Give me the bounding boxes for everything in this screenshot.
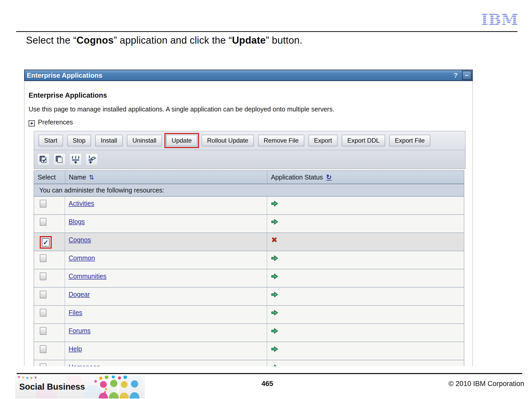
checkbox-wrap <box>40 272 46 280</box>
name-cell-communities: Communities <box>65 269 267 287</box>
status-cell-cognos <box>267 233 464 251</box>
name-cell-activities: Activities <box>65 197 267 214</box>
page-number: 465 <box>248 380 287 388</box>
row-checkbox-communities[interactable] <box>40 272 46 280</box>
toolbar-button-holder-uninstall: Uninstall <box>127 135 162 146</box>
footer-divider <box>17 373 522 374</box>
column-header-select: Select <box>34 171 65 184</box>
column-header-status-label: Application Status <box>271 174 323 181</box>
toolbar-button-rollout-update[interactable]: Rollout Update <box>202 135 254 146</box>
window-titlebar: Enterprise Applications ? – <box>24 70 473 81</box>
app-link-dogear[interactable]: Dogear <box>69 291 90 298</box>
name-cell-files: Files <box>65 306 267 323</box>
row-checkbox-homepage[interactable] <box>40 363 46 366</box>
toolbar-button-holder-update: Update <box>166 135 197 146</box>
name-cell-blogs: Blogs <box>65 215 267 232</box>
expand-plus-icon[interactable]: + <box>29 120 35 127</box>
toolbar-button-start[interactable]: Start <box>39 135 63 146</box>
toolbar-button-uninstall[interactable]: Uninstall <box>127 135 162 146</box>
header-divider <box>16 31 517 32</box>
social-business-banner: Social Business <box>15 376 145 398</box>
app-link-help[interactable]: Help <box>69 345 82 353</box>
title-text: ” button. <box>266 35 302 46</box>
toolbar-button-holder-remove-file: Remove File <box>258 135 304 146</box>
title-bold-cognos: Cognos <box>77 35 114 46</box>
app-link-activities[interactable]: Activities <box>69 200 94 207</box>
row-checkbox-help[interactable] <box>40 345 46 353</box>
toolbar-button-update[interactable]: Update <box>166 135 197 146</box>
status-cell-blogs <box>267 215 464 232</box>
toolbar-button-export-ddl[interactable]: Export DDL <box>342 135 385 146</box>
toolbar-button-holder-start: Start <box>39 135 63 146</box>
status-cell-help <box>267 342 464 360</box>
app-link-cognos[interactable]: Cognos <box>69 236 91 243</box>
table-row-forums: Forums <box>34 324 464 342</box>
preferences-toggle[interactable]: +Preferences <box>29 118 73 127</box>
table-row-files: Files <box>34 306 464 324</box>
hide-filter-icon[interactable] <box>85 153 98 166</box>
app-link-files[interactable]: Files <box>69 309 82 316</box>
row-checkbox-forums[interactable] <box>40 327 46 335</box>
app-link-homepage[interactable]: Homepage <box>69 363 100 366</box>
toolbar-button-install[interactable]: Install <box>95 135 123 146</box>
help-icon[interactable]: ? <box>454 71 458 79</box>
name-cell-common: Common <box>65 251 267 269</box>
status-started-icon <box>271 222 278 227</box>
svg-text:IBM: IBM <box>481 11 518 28</box>
row-checkbox-blogs[interactable] <box>40 218 46 226</box>
status-started-icon <box>271 277 278 281</box>
title-text: ” application and click the “ <box>114 35 232 46</box>
toolbar-button-remove-file[interactable]: Remove File <box>258 135 304 146</box>
table-row-dogear: Dogear <box>34 288 464 306</box>
toolbar-button-holder-export: Export <box>309 135 337 146</box>
refresh-status-icon[interactable]: ↻ <box>326 173 332 181</box>
row-checkbox-files[interactable] <box>40 309 46 317</box>
app-link-communities[interactable]: Communities <box>69 272 107 280</box>
status-started-icon <box>271 349 278 354</box>
title-bold-update: Update <box>232 35 266 46</box>
row-checkbox-dogear[interactable] <box>40 291 46 298</box>
table-row-activities: Activities <box>34 197 464 215</box>
row-checkbox-common[interactable] <box>40 254 46 262</box>
status-cell-activities <box>267 197 464 214</box>
checkbox-wrap <box>40 309 46 317</box>
name-cell-dogear: Dogear <box>65 288 267 305</box>
status-cell-dogear <box>267 288 464 305</box>
name-cell-cognos: Cognos <box>65 233 267 251</box>
status-cell-homepage <box>267 360 464 366</box>
table-header-row: Select Name⇅ Application Status↻ <box>34 171 464 184</box>
toolbar-button-export[interactable]: Export <box>309 135 337 146</box>
app-link-forums[interactable]: Forums <box>69 327 91 334</box>
select-all-icon[interactable] <box>37 153 50 166</box>
ibm-logo: IBM <box>481 10 520 28</box>
sort-icon[interactable]: ⇅ <box>89 174 94 181</box>
select-cell-communities <box>34 269 65 287</box>
app-table-body: ActivitiesBlogs✓CognosCommonCommunitiesD… <box>34 197 464 366</box>
checkbox-wrap <box>40 291 46 298</box>
table-row-cognos: ✓Cognos <box>34 233 464 251</box>
deselect-all-icon[interactable] <box>53 153 66 166</box>
copyright: © 2010 IBM Corporation <box>448 380 524 388</box>
toolbar: StartStopInstallUninstallUpdateRollout U… <box>34 131 466 169</box>
row-checkbox-activities[interactable] <box>40 200 46 208</box>
status-cell-communities <box>267 269 464 287</box>
minimize-icon[interactable]: – <box>462 71 471 80</box>
applications-table: Select Name⇅ Application Status↻ You can… <box>34 170 464 366</box>
status-started-icon <box>271 204 278 208</box>
toolbar-button-holder-stop: Stop <box>67 135 91 146</box>
column-header-status: Application Status↻ <box>267 171 464 184</box>
toolbar-buttons: StartStopInstallUninstallUpdateRollout U… <box>34 131 465 150</box>
column-header-name: Name⇅ <box>65 171 267 184</box>
app-link-common[interactable]: Common <box>69 254 95 262</box>
app-link-blogs[interactable]: Blogs <box>69 218 85 225</box>
toolbar-button-stop[interactable]: Stop <box>67 135 91 146</box>
checkbox-wrap <box>40 218 46 226</box>
status-cell-forums <box>267 324 464 342</box>
select-cell-homepage <box>34 360 65 366</box>
row-checkbox-cognos[interactable]: ✓ <box>42 238 50 247</box>
checkbox-wrap <box>40 345 46 353</box>
select-cell-activities <box>34 197 65 214</box>
preferences-label: Preferences <box>38 118 73 126</box>
show-filter-icon[interactable] <box>69 153 82 166</box>
toolbar-button-export-file[interactable]: Export File <box>389 135 430 146</box>
